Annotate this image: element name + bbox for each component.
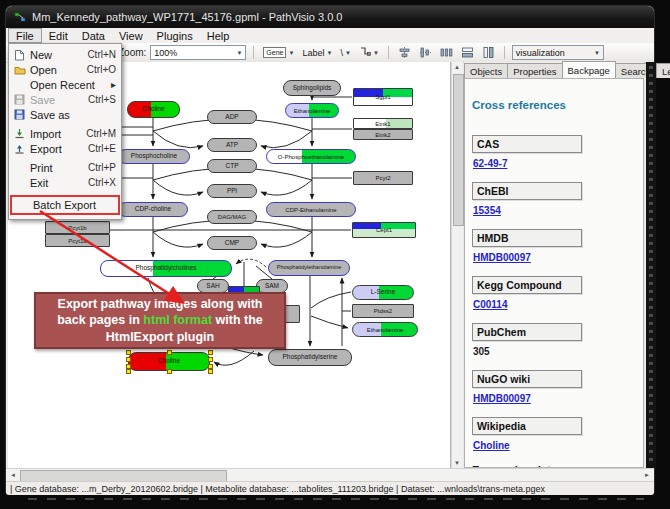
node-atp[interactable]: ATP bbox=[207, 138, 257, 152]
scroll-left-icon[interactable]: ◄ bbox=[8, 472, 18, 478]
xref-link[interactable]: 62-49-7 bbox=[473, 158, 637, 169]
align-center-button[interactable] bbox=[396, 45, 413, 60]
node-sah[interactable]: SAH bbox=[197, 279, 229, 293]
selection-handle[interactable] bbox=[208, 350, 213, 355]
node-cdp-choline[interactable]: CDP-choline bbox=[118, 202, 188, 217]
node-adp[interactable]: ADP bbox=[207, 110, 257, 124]
node-cdp-ethanolamine[interactable]: CDP-Ethanolamine bbox=[266, 202, 356, 217]
tab-backpage[interactable]: Backpage bbox=[562, 61, 616, 78]
xref-link[interactable]: HMDB00097 bbox=[473, 393, 637, 404]
node-l-serine[interactable]: L-Serine bbox=[352, 285, 414, 300]
node-ethanolamine-top[interactable]: Ethanolamine bbox=[285, 103, 339, 118]
menu-item-print[interactable]: PrintCtrl+P bbox=[9, 160, 121, 175]
node-pcyt2[interactable]: Pcyt2 bbox=[353, 171, 413, 185]
dropdown-caret-icon[interactable]: ▼ bbox=[232, 50, 242, 56]
set-width-button[interactable] bbox=[459, 45, 476, 60]
menu-item-batch-export[interactable]: Batch Export bbox=[10, 195, 120, 215]
node-choline-top[interactable]: Choline bbox=[127, 101, 180, 118]
xref-link[interactable]: HMDB00097 bbox=[473, 252, 637, 263]
menubar-view[interactable]: View bbox=[112, 28, 150, 43]
tab-properties[interactable]: Properties bbox=[507, 63, 562, 78]
dropdown-caret-icon[interactable]: ▼ bbox=[590, 50, 600, 56]
node-cmp[interactable]: CMP bbox=[207, 236, 257, 250]
menu-item-import[interactable]: ImportCtrl+M bbox=[9, 126, 121, 141]
tab-objects[interactable]: Objects bbox=[464, 63, 508, 78]
xref-section-pubchem: PubChem305 bbox=[472, 323, 637, 357]
add-gene-button[interactable]: Gene ▼ bbox=[261, 45, 296, 60]
set-height-button[interactable] bbox=[480, 45, 497, 60]
tab-legend[interactable]: Legend bbox=[656, 63, 670, 78]
selection-handle[interactable] bbox=[126, 369, 131, 374]
node-ctp[interactable]: CTP bbox=[207, 159, 257, 173]
canvas-vertical-scrollbar[interactable]: ▲ ▼ bbox=[451, 62, 463, 468]
node-phosphatidylserine[interactable]: Phosphatidylserine bbox=[268, 349, 352, 366]
draw-line-button[interactable]: \ ▼ bbox=[338, 45, 352, 60]
menu-item-open-recent[interactable]: Open Recent▸ bbox=[9, 77, 121, 92]
menubar-data[interactable]: Data bbox=[75, 28, 112, 43]
xref-value: 305 bbox=[473, 346, 637, 357]
menu-item-open[interactable]: OpenCtrl+O bbox=[9, 62, 121, 77]
menu-item-export[interactable]: ExportCtrl+E bbox=[9, 141, 121, 156]
xref-source-name: CAS bbox=[472, 135, 582, 153]
distribute-horizontal-button[interactable] bbox=[438, 45, 455, 60]
node-sphingolipids[interactable]: Sphingolipids bbox=[283, 80, 341, 96]
menu-item-label: Open Recent bbox=[30, 79, 95, 91]
selection-handle[interactable] bbox=[167, 350, 172, 355]
add-label-button[interactable]: Label ▼ bbox=[300, 45, 334, 60]
selection-handle[interactable] bbox=[208, 357, 213, 362]
selection-handle[interactable] bbox=[208, 364, 213, 369]
node-phosphocholine[interactable]: Phosphocholine bbox=[118, 149, 190, 164]
dropdown-caret-icon[interactable]: ▼ bbox=[326, 50, 332, 56]
title-bar[interactable]: Mm_Kennedy_pathway_WP1771_45176.gpml - P… bbox=[6, 6, 654, 28]
draw-connector-button[interactable]: ▼ bbox=[357, 45, 381, 60]
node-sam[interactable]: SAM bbox=[256, 279, 288, 293]
visualization-combobox[interactable]: visualization ▼ bbox=[512, 45, 604, 60]
dropdown-caret-icon[interactable]: ▼ bbox=[288, 50, 294, 56]
node-phosphatidylcholines[interactable]: Phosphatidylcholines bbox=[100, 260, 232, 277]
scroll-down-icon[interactable]: ▼ bbox=[452, 460, 462, 466]
node-etnk1[interactable]: Etnk1 bbox=[353, 118, 413, 129]
node-label: Etnk2 bbox=[375, 132, 390, 138]
dropdown-caret-icon[interactable]: ▼ bbox=[345, 50, 351, 56]
menu-item-new[interactable]: NewCtrl+N bbox=[9, 47, 121, 62]
selection-handle[interactable] bbox=[126, 350, 131, 355]
menu-item-exit[interactable]: ExitCtrl+X bbox=[9, 175, 121, 190]
node-cept1[interactable]: Cept1 bbox=[352, 222, 416, 238]
node-etnk2[interactable]: Etnk2 bbox=[353, 129, 413, 140]
menu-item-save[interactable]: SaveCtrl+S bbox=[9, 92, 121, 107]
backpage-content[interactable]: Cross references CAS62-49-7ChEBI15354HMD… bbox=[464, 78, 644, 468]
node-choline-selected[interactable]: Choline bbox=[128, 352, 210, 371]
xref-link[interactable]: 15354 bbox=[473, 205, 637, 216]
node-pcyt1a[interactable]: Pcyt1a bbox=[45, 234, 110, 247]
scroll-right-icon[interactable]: ► bbox=[642, 472, 652, 478]
node-o-phosphoethanolamine[interactable]: O-Phosphoethanolamine bbox=[266, 149, 356, 164]
xref-link[interactable]: Choline bbox=[473, 440, 637, 451]
xref-section-wikipedia: WikipediaCholine bbox=[472, 417, 637, 451]
node-pcyt1b[interactable]: Pcyt1b bbox=[45, 221, 110, 234]
node-ptdss2[interactable]: Ptdss2 bbox=[352, 304, 414, 318]
panel-scrollbar[interactable] bbox=[646, 62, 656, 468]
menubar-edit[interactable]: Edit bbox=[42, 28, 75, 43]
node-dag-mag[interactable]: DAG/MAG bbox=[207, 210, 257, 224]
selection-handle[interactable] bbox=[208, 369, 213, 374]
vertical-scroll-thumb[interactable] bbox=[453, 74, 464, 226]
node-ethanolamine-bottom[interactable]: Ethanolamine bbox=[352, 322, 418, 337]
menubar-plugins[interactable]: Plugins bbox=[150, 28, 200, 43]
xref-link[interactable]: C00114 bbox=[473, 299, 637, 310]
menubar-help[interactable]: Help bbox=[200, 28, 237, 43]
node-ppi[interactable]: PPi bbox=[207, 184, 257, 198]
scroll-up-icon[interactable]: ▲ bbox=[452, 64, 462, 70]
horizontal-scrollbar[interactable]: ◄ ► bbox=[6, 468, 654, 481]
selection-handle[interactable] bbox=[126, 364, 131, 369]
menubar-file[interactable]: File bbox=[8, 28, 42, 43]
selection-handle[interactable] bbox=[167, 369, 172, 374]
menu-item-label: Open bbox=[30, 64, 57, 76]
align-middle-button[interactable] bbox=[417, 45, 434, 60]
dropdown-caret-icon[interactable]: ▼ bbox=[373, 50, 379, 56]
menu-item-save-as[interactable]: Save as bbox=[9, 107, 121, 122]
toolbar-separator bbox=[504, 46, 505, 59]
node-phosphatidylethanolamine[interactable]: Phosphatidylethanolamine bbox=[268, 260, 350, 276]
node-sgpl1[interactable]: Sgpl1 bbox=[353, 88, 413, 106]
zoom-combobox[interactable]: 100% ▼ bbox=[150, 45, 246, 60]
selection-handle[interactable] bbox=[126, 357, 131, 362]
